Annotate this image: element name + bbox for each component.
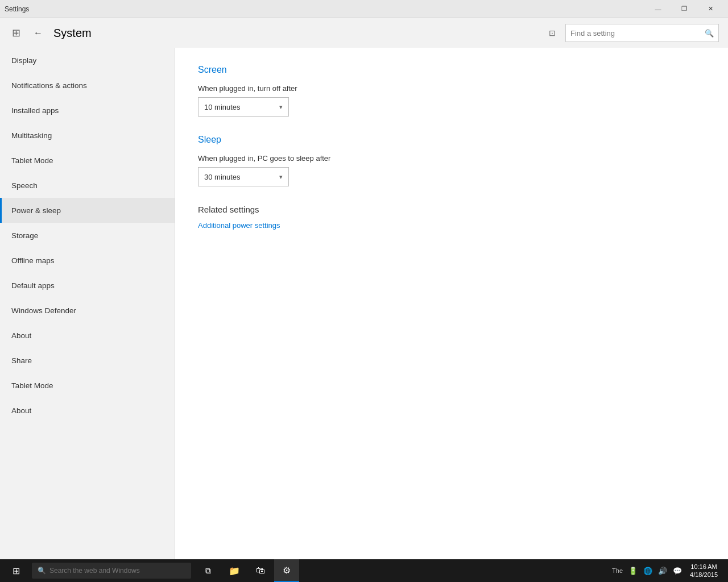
title-bar-controls: — ❐ ✕: [645, 0, 723, 18]
close-button[interactable]: ✕: [697, 0, 723, 18]
screen-title: Screen: [198, 65, 705, 75]
sidebar-item-storage[interactable]: Storage: [0, 223, 175, 248]
sidebar-item-default-apps[interactable]: Default apps: [0, 273, 175, 298]
sidebar-item-power-sleep[interactable]: Power & sleep: [0, 198, 175, 223]
page-title: System: [53, 27, 537, 40]
system-tray: The 🔋 🌐 🔊 💬 10:16 AM 4/18/2015: [605, 559, 726, 582]
taskbar-pinned-icons: ⧉ 📁 🛍 ⚙: [196, 559, 299, 582]
sleep-dropdown-arrow: ▾: [279, 173, 283, 181]
tray-date-text: 4/18/2015: [690, 571, 718, 579]
title-bar-left: Settings: [5, 5, 29, 13]
sleep-title: Sleep: [198, 135, 705, 145]
file-explorer-button[interactable]: 📁: [222, 559, 247, 582]
sidebar: Display Notifications & actions Installe…: [0, 48, 175, 559]
back-button[interactable]: ←: [30, 24, 47, 41]
sidebar-item-tablet-mode-2[interactable]: Tablet Mode: [0, 373, 175, 398]
sidebar-item-display[interactable]: Display: [0, 48, 175, 73]
settings-button[interactable]: ⚙: [274, 559, 299, 582]
screen-dropdown-arrow: ▾: [279, 103, 283, 111]
tray-icons: The 🔋 🌐 🔊 💬: [610, 559, 684, 582]
sleep-dropdown-value: 30 minutes: [204, 173, 241, 181]
sidebar-item-offline-maps[interactable]: Offline maps: [0, 248, 175, 273]
sidebar-item-share[interactable]: Share: [0, 348, 175, 373]
speaker-icon: 🔊: [658, 567, 667, 575]
start-button[interactable]: ⊞: [2, 559, 30, 582]
sidebar-item-tablet-mode-1[interactable]: Tablet Mode: [0, 148, 175, 173]
sidebar-item-about-1[interactable]: About: [0, 323, 175, 348]
sidebar-item-about-2[interactable]: About: [0, 398, 175, 423]
tray-clock[interactable]: 10:16 AM 4/18/2015: [686, 559, 721, 582]
taskbar-search-icon: 🔍: [38, 567, 46, 575]
task-view-button[interactable]: ⧉: [196, 559, 221, 582]
restore-button[interactable]: ❐: [671, 0, 697, 18]
additional-power-settings-link[interactable]: Additional power settings: [198, 221, 280, 230]
screen-dropdown[interactable]: 10 minutes ▾: [198, 97, 289, 117]
sleep-dropdown[interactable]: 30 minutes ▾: [198, 167, 289, 186]
sidebar-item-notifications[interactable]: Notifications & actions: [0, 73, 175, 98]
sleep-label: When plugged in, PC goes to sleep after: [198, 154, 705, 163]
content-area: Screen When plugged in, turn off after 1…: [175, 48, 728, 559]
main-layout: Display Notifications & actions Installe…: [0, 48, 728, 559]
store-button[interactable]: 🛍: [248, 559, 273, 582]
tray-battery[interactable]: 🔋: [626, 559, 640, 582]
app-header: ⊞ ← System ⊡ 🔍: [0, 18, 728, 48]
sleep-section: Sleep When plugged in, PC goes to sleep …: [198, 135, 705, 186]
tray-speaker[interactable]: 🔊: [656, 559, 669, 582]
tray-text-label: The: [612, 567, 623, 574]
screen-dropdown-value: 10 minutes: [204, 103, 241, 111]
minimize-button[interactable]: —: [645, 0, 671, 18]
pin-button[interactable]: ⊡: [544, 24, 561, 41]
sidebar-item-speech[interactable]: Speech: [0, 173, 175, 198]
taskbar-search-input[interactable]: [49, 567, 185, 575]
tray-network[interactable]: 🌐: [641, 559, 655, 582]
taskbar: ⊞ 🔍 ⧉ 📁 🛍 ⚙ The 🔋 🌐 🔊 💬: [0, 559, 728, 582]
search-icon: 🔍: [705, 29, 714, 38]
search-input[interactable]: [570, 29, 701, 38]
settings-title: Settings: [5, 5, 29, 13]
tray-time-text: 10:16 AM: [690, 563, 717, 571]
search-box[interactable]: 🔍: [565, 24, 719, 42]
network-icon: 🌐: [643, 567, 652, 575]
sidebar-item-windows-defender[interactable]: Windows Defender: [0, 298, 175, 323]
related-section: Related settings Additional power settin…: [198, 205, 705, 230]
taskbar-search[interactable]: 🔍: [32, 563, 191, 579]
sidebar-item-installed-apps[interactable]: Installed apps: [0, 98, 175, 123]
screen-section: Screen When plugged in, turn off after 1…: [198, 65, 705, 117]
app-icon: ⊞: [9, 26, 23, 40]
sidebar-item-multitasking[interactable]: Multitasking: [0, 123, 175, 148]
related-title: Related settings: [198, 205, 705, 214]
tray-text: The: [610, 559, 625, 582]
screen-label: When plugged in, turn off after: [198, 84, 705, 93]
title-bar: Settings — ❐ ✕: [0, 0, 728, 18]
header-right: ⊡ 🔍: [544, 24, 719, 42]
notification-icon: 💬: [673, 567, 682, 575]
battery-icon: 🔋: [628, 567, 638, 575]
tray-notification[interactable]: 💬: [671, 559, 684, 582]
